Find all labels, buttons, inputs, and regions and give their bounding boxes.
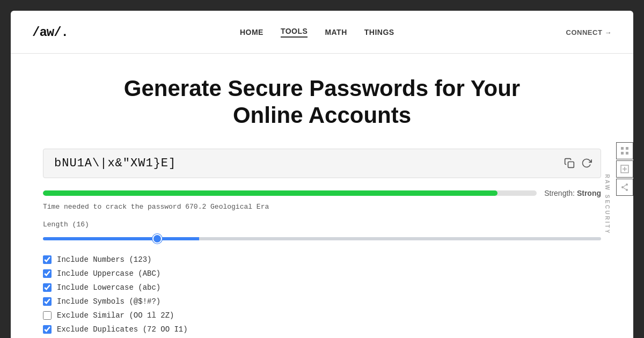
strength-bar-fill [43,190,497,196]
strength-label: Strength: Strong [544,189,601,197]
nav-math[interactable]: MATH [325,28,347,36]
svg-point-5 [626,183,628,186]
length-label: Length (16) [43,221,601,229]
checkbox-exclude-duplicates-label: Exclude Duplicates (72 OO I1) [57,325,188,334]
svg-rect-3 [626,152,628,155]
nav-tools[interactable]: TOOLS [281,27,308,38]
grid-icon[interactable] [616,142,633,159]
checkbox-include-numbers-input[interactable] [43,255,52,264]
checkbox-include-symbols[interactable]: Include Symbols (@$!#?) [43,297,601,306]
svg-point-6 [626,189,628,191]
side-icons-panel [616,142,633,196]
password-field: bNU1A\|x&"XW1}E] [43,149,601,178]
strength-value: Strong [577,189,601,197]
checkbox-include-numbers[interactable]: Include Numbers (123) [43,255,601,264]
share-icon[interactable] [616,179,633,196]
checkbox-include-lowercase[interactable]: Include Lowercase (abc) [43,283,601,292]
checkbox-exclude-similar-label: Exclude Similar (OO 1l 2Z) [57,311,174,320]
checkbox-exclude-similar[interactable]: Exclude Similar (OO 1l 2Z) [43,311,601,320]
logo: /aw/. [32,25,68,40]
connect-button[interactable]: CONNECT → [566,28,612,36]
strength-bar-background [43,190,537,196]
vertical-label: RAW SECURITY [604,174,610,235]
nav-home[interactable]: HOME [240,28,264,36]
main-nav: HOME TOOLS MATH THINGS [240,27,394,38]
length-slider[interactable] [43,237,601,240]
header: /aw/. HOME TOOLS MATH THINGS CONNECT → [11,11,633,54]
password-value: bNU1A\|x&"XW1}E] [54,157,568,170]
checkbox-include-uppercase-label: Include Uppercase (ABC) [57,269,160,278]
checkbox-include-lowercase-label: Include Lowercase (abc) [57,283,160,292]
svg-rect-1 [626,147,628,150]
checkbox-list: Include Numbers (123) Include Uppercase … [43,255,601,334]
refresh-button[interactable] [580,157,593,170]
box-icon[interactable] [616,160,633,178]
page-title: Generate Secure Passwords for Your Onlin… [43,75,601,129]
svg-rect-2 [621,152,624,155]
strength-row: Strength: Strong [43,189,601,197]
svg-rect-10 [568,162,574,168]
checkbox-include-lowercase-input[interactable] [43,283,52,292]
svg-line-8 [624,185,626,187]
password-actions [563,157,593,170]
svg-line-9 [624,188,626,189]
checkbox-include-uppercase[interactable]: Include Uppercase (ABC) [43,269,601,278]
checkbox-include-uppercase-input[interactable] [43,269,52,278]
svg-rect-0 [621,147,624,150]
copy-button[interactable] [563,157,576,170]
checkbox-include-symbols-label: Include Symbols (@$!#?) [57,297,160,306]
checkbox-exclude-duplicates[interactable]: Exclude Duplicates (72 OO I1) [43,325,601,334]
checkbox-exclude-duplicates-input[interactable] [43,325,52,334]
length-slider-wrap: Length (16) [43,221,601,243]
checkbox-include-symbols-input[interactable] [43,297,52,306]
checkbox-include-numbers-label: Include Numbers (123) [57,255,151,264]
crack-time: Time needed to crack the password 670.2 … [43,203,601,211]
main-card: RAW SECURITY Generate Secure Passwords f… [11,54,633,338]
svg-point-7 [621,186,624,188]
checkbox-exclude-similar-input[interactable] [43,311,52,320]
nav-things[interactable]: THINGS [364,28,394,36]
